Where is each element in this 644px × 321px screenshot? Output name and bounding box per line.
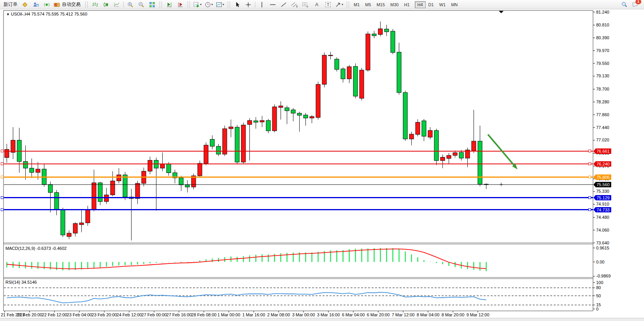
price-flag[interactable]: 75.129 bbox=[593, 195, 611, 201]
time-tick-label: 1 Mar 00:00 bbox=[218, 312, 240, 317]
profile-icon[interactable] bbox=[31, 0, 41, 9]
price-flag[interactable]: 75.560 bbox=[593, 182, 611, 187]
timeframe-d1[interactable]: D1 bbox=[426, 1, 437, 8]
price-tick-label: 73.640 bbox=[596, 241, 609, 245]
label-tool-button[interactable]: T bbox=[323, 0, 333, 9]
vertical-line-button[interactable] bbox=[257, 0, 267, 9]
time-tick-label: 6 Mar 20:00 bbox=[367, 312, 390, 317]
price-flag[interactable]: 76.240 bbox=[593, 161, 611, 167]
bar-chart-button[interactable] bbox=[90, 0, 100, 9]
channel-button[interactable]: E bbox=[290, 0, 300, 9]
line-handle[interactable] bbox=[1, 176, 4, 178]
candle-body bbox=[235, 127, 239, 162]
toolbar-grip[interactable] bbox=[85, 2, 88, 8]
candle-body bbox=[397, 52, 401, 92]
line-handle-cross[interactable] bbox=[500, 183, 503, 186]
line-handle[interactable] bbox=[588, 196, 591, 199]
line-handle[interactable] bbox=[588, 208, 591, 211]
candle-body bbox=[92, 183, 96, 210]
candle-body bbox=[347, 67, 351, 79]
crosshair-button[interactable] bbox=[243, 0, 253, 9]
candle-body bbox=[36, 169, 40, 173]
chart-canvas[interactable] bbox=[0, 0, 644, 319]
chart-shift-button[interactable] bbox=[175, 0, 185, 9]
one-click-trading-arrow[interactable]: ▼ bbox=[6, 12, 10, 16]
candle-body bbox=[378, 29, 383, 35]
new-order-button[interactable]: 新订单 bbox=[2, 0, 19, 9]
price-flag[interactable]: 74.733 bbox=[593, 207, 611, 213]
candle-body bbox=[260, 120, 264, 122]
price-tick-label: 79.130 bbox=[596, 73, 609, 78]
line-handle[interactable] bbox=[1, 162, 4, 165]
price-tick-label: 75.330 bbox=[596, 189, 609, 194]
cursor-button[interactable] bbox=[232, 0, 242, 9]
chart-header: ▼ USOil-,H4 75.574 75.595 75.412 75.560 bbox=[6, 12, 87, 16]
trendline-button[interactable] bbox=[279, 0, 289, 9]
toolbar-grip[interactable] bbox=[347, 2, 349, 8]
price-tick-label: 78.700 bbox=[596, 87, 609, 91]
auto-scroll-button[interactable] bbox=[164, 0, 174, 9]
toolbar-grip[interactable] bbox=[188, 2, 190, 8]
timeframe-m1[interactable]: M1 bbox=[351, 1, 362, 8]
candle-body bbox=[272, 107, 277, 131]
timeframe-m30[interactable]: M30 bbox=[388, 1, 401, 8]
candle-body bbox=[440, 157, 445, 161]
macd-label: MACD(12,26,9) -0.6373 -0.4602 bbox=[5, 246, 67, 251]
toolbar-grip[interactable] bbox=[160, 2, 162, 8]
macd-histogram bbox=[7, 248, 486, 271]
signal-icon[interactable] bbox=[42, 0, 52, 9]
templates-button[interactable]: ▾ bbox=[215, 0, 225, 9]
toolbar-grip[interactable] bbox=[228, 2, 230, 8]
periods-button[interactable]: ▾ bbox=[204, 0, 214, 9]
candle-body bbox=[316, 84, 320, 117]
price-flag[interactable]: 76.661 bbox=[593, 148, 611, 154]
timeframe-w1[interactable]: W1 bbox=[437, 1, 449, 8]
candle-body bbox=[285, 108, 289, 111]
candle-body bbox=[167, 164, 171, 173]
gold-cube-icon[interactable] bbox=[20, 0, 30, 9]
timeframe-h1[interactable]: H1 bbox=[401, 1, 412, 8]
candle-body bbox=[11, 140, 15, 152]
candle-body bbox=[229, 127, 233, 129]
candle-body bbox=[279, 106, 283, 108]
search-icon[interactable] bbox=[619, 0, 629, 9]
price-flag[interactable]: 75.806 bbox=[593, 174, 611, 180]
arrow-object-line[interactable] bbox=[488, 134, 514, 165]
line-handle[interactable] bbox=[1, 196, 4, 199]
candle-body bbox=[409, 134, 414, 139]
time-tick-label: 3 Mar 16:00 bbox=[317, 312, 340, 317]
candle-body bbox=[453, 153, 457, 155]
line-handle[interactable] bbox=[588, 176, 591, 178]
fibonacci-button[interactable]: F bbox=[300, 0, 311, 9]
zoom-in-button[interactable] bbox=[125, 0, 135, 9]
price-tick-label: 80.390 bbox=[596, 35, 609, 40]
chart-shift-marker[interactable] bbox=[499, 11, 504, 13]
fibonacci-letter: F bbox=[307, 5, 308, 8]
rsi-tick-label: 100 bbox=[596, 280, 603, 285]
arrows-tool-button[interactable]: ▾ bbox=[334, 0, 344, 9]
timeframe-h4[interactable]: H4 bbox=[415, 1, 426, 8]
line-handle[interactable] bbox=[588, 162, 591, 165]
zoom-out-button[interactable] bbox=[136, 0, 146, 9]
line-handle[interactable] bbox=[1, 208, 4, 211]
timeframe-mn[interactable]: MN bbox=[448, 1, 460, 8]
candle-body bbox=[148, 160, 152, 171]
timeframe-m15[interactable]: M15 bbox=[374, 1, 388, 8]
auto-trading-button[interactable]: 自动交易 bbox=[53, 0, 83, 9]
time-tick-label: 9 Mar 12:00 bbox=[467, 312, 490, 317]
tile-windows-button[interactable] bbox=[147, 0, 157, 9]
candle-body bbox=[223, 129, 227, 154]
candlestick-chart-button[interactable] bbox=[101, 0, 111, 9]
rsi-tick-label: 0 bbox=[596, 307, 598, 311]
candle-body bbox=[428, 131, 432, 137]
timeframe-m5[interactable]: M5 bbox=[362, 1, 374, 8]
horizontal-line-button[interactable] bbox=[268, 0, 278, 9]
indicators-button[interactable]: ▾ bbox=[192, 0, 203, 9]
line-handle[interactable] bbox=[1, 150, 4, 152]
line-handle[interactable] bbox=[588, 150, 591, 152]
line-chart-button[interactable] bbox=[112, 0, 122, 9]
notifications-button[interactable]: 1 bbox=[630, 0, 640, 9]
time-tick-label: 7 Mar 12:00 bbox=[392, 312, 415, 317]
text-tool-button[interactable]: A bbox=[311, 0, 322, 9]
candle-body bbox=[459, 152, 463, 158]
